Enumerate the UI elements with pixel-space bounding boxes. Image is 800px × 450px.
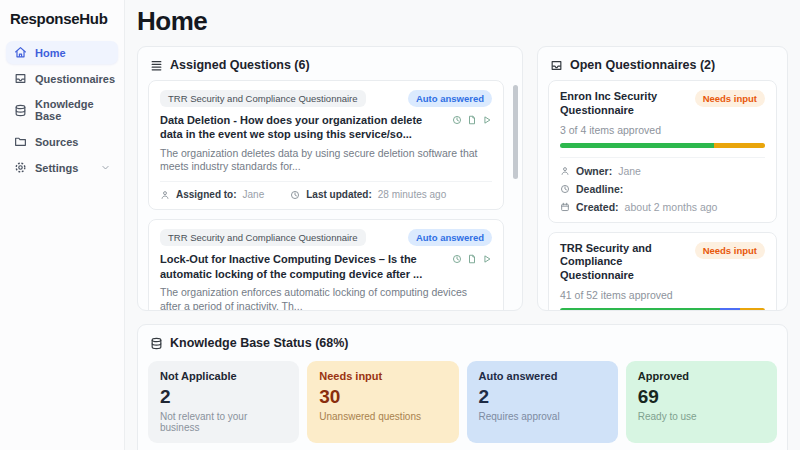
progress-segment-approved (560, 308, 720, 311)
assigned-questions-panel: Assigned Questions (6) TRR Security and … (137, 46, 523, 311)
last-updated-value: 28 minutes ago (378, 189, 446, 200)
answer-preview: The organization enforces automatic lock… (160, 286, 490, 311)
sidebar-item-label: Sources (35, 136, 78, 148)
gear-icon (14, 161, 27, 174)
progress-bar (560, 143, 765, 148)
stat-card-not-applicable[interactable]: Not Applicable 2 Not relevant to your bu… (148, 361, 299, 443)
questionnaire-chip: TRR Security and Compliance Questionnair… (160, 90, 366, 107)
clock-icon (560, 184, 570, 194)
assigned-to-label: Assigned to: (176, 189, 237, 200)
stat-value: 30 (319, 386, 446, 408)
stat-value: 2 (479, 386, 606, 408)
open-questionnaires-panel: Open Questionnaires (2) Enron Inc Securi… (537, 46, 788, 311)
progress-segment-auto (720, 308, 741, 311)
open-questionnaires-header: Open Questionnaires (2) (548, 56, 777, 80)
last-updated-label: Last updated: (306, 189, 372, 200)
sidebar: ResponseHub Home Questionnaires Knowledg… (0, 0, 125, 450)
sidebar-item-sources[interactable]: Sources (6, 130, 118, 153)
sidebar-item-questionnaires[interactable]: Questionnaires (6, 67, 118, 90)
owner-value: Jane (618, 165, 641, 177)
stat-value: 69 (638, 386, 765, 408)
calendar-icon (560, 202, 570, 212)
questionnaire-card[interactable]: TRR Security and Compliance Questionnair… (548, 232, 777, 312)
inbox-icon (550, 59, 563, 72)
assignee-name: Jane (243, 189, 265, 200)
stat-subtext: Ready to use (638, 411, 765, 422)
answer-preview: The organization deletes data by using s… (160, 147, 490, 175)
scrollbar-thumb[interactable] (513, 85, 518, 179)
panel-title: Assigned Questions (6) (170, 58, 310, 72)
page-title: Home (137, 6, 788, 37)
home-icon (14, 46, 27, 59)
stat-card-auto-answered[interactable]: Auto answered 2 Requires approval (467, 361, 618, 443)
progress-segment-needs-input (740, 308, 765, 311)
question-card[interactable]: TRR Security and Compliance Questionnair… (148, 80, 504, 210)
stat-subtext: Unanswered questions (319, 411, 446, 422)
sidebar-nav: Home Questionnaires Knowledge Base Sourc… (6, 41, 118, 179)
clock-icon (290, 190, 300, 200)
chevron-down-icon (101, 163, 110, 172)
database-icon (150, 337, 163, 350)
document-icon[interactable] (467, 115, 477, 125)
sidebar-item-knowledge-base[interactable]: Knowledge Base (6, 93, 118, 127)
progress-segment-needs-input (714, 143, 765, 148)
progress-bar (560, 308, 765, 311)
owner-label: Owner: (576, 165, 612, 177)
progress-text: 3 of 4 items approved (560, 124, 765, 136)
status-badge: Auto answered (408, 90, 492, 107)
question-title: Lock-Out for Inactive Computing Devices … (160, 252, 444, 281)
status-badge: Auto answered (408, 229, 492, 246)
main-content: Home Assigned Questions (6) TRR Security… (125, 0, 800, 450)
history-icon[interactable] (452, 115, 462, 125)
send-icon[interactable] (482, 254, 492, 264)
sidebar-item-settings[interactable]: Settings (6, 156, 118, 179)
question-card[interactable]: TRR Security and Compliance Questionnair… (148, 219, 504, 311)
panel-title: Open Questionnaires (2) (570, 58, 715, 72)
sidebar-item-label: Home (35, 47, 66, 59)
created-value: about 2 months ago (625, 201, 718, 213)
document-icon[interactable] (467, 254, 477, 264)
progress-segment-approved (560, 143, 714, 148)
stat-card-needs-input[interactable]: Needs input 30 Unanswered questions (307, 361, 458, 443)
questionnaire-name: Enron Inc Security Questionnaire (560, 90, 689, 118)
app-root: ResponseHub Home Questionnaires Knowledg… (0, 0, 800, 450)
database-icon (14, 104, 27, 117)
sidebar-item-label: Knowledge Base (35, 98, 110, 122)
knowledge-base-panel: Knowledge Base Status (68%) Not Applicab… (137, 324, 788, 450)
list-icon (150, 59, 163, 72)
questionnaire-name: TRR Security and Compliance Questionnair… (560, 242, 689, 283)
status-badge: Needs input (695, 242, 765, 259)
panel-title: Knowledge Base Status (68%) (170, 336, 349, 350)
stat-label: Auto answered (479, 370, 606, 382)
app-logo: ResponseHub (6, 8, 118, 41)
folder-icon (14, 135, 27, 148)
sidebar-item-label: Settings (35, 162, 78, 174)
stat-card-approved[interactable]: Approved 69 Ready to use (626, 361, 777, 443)
stat-subtext: Not relevant to your business (160, 411, 287, 433)
history-icon[interactable] (452, 254, 462, 264)
sidebar-item-label: Questionnaires (35, 73, 115, 85)
send-icon[interactable] (482, 115, 492, 125)
stat-label: Not Applicable (160, 370, 287, 382)
assigned-questions-header: Assigned Questions (6) (148, 56, 512, 80)
questionnaire-chip: TRR Security and Compliance Questionnair… (160, 229, 366, 246)
stat-value: 2 (160, 386, 287, 408)
knowledge-base-header: Knowledge Base Status (68%) (148, 334, 777, 358)
stat-subtext: Requires approval (479, 411, 606, 422)
person-icon (560, 166, 570, 176)
person-icon (160, 190, 170, 200)
inbox-icon (14, 72, 27, 85)
stat-label: Approved (638, 370, 765, 382)
stat-label: Needs input (319, 370, 446, 382)
question-title: Data Deletion - How does your organizati… (160, 113, 444, 142)
created-label: Created: (576, 201, 619, 213)
deadline-label: Deadline: (576, 183, 623, 195)
status-badge: Needs input (695, 90, 765, 107)
questionnaire-card[interactable]: Enron Inc Security Questionnaire Needs i… (548, 80, 777, 223)
sidebar-item-home[interactable]: Home (6, 41, 118, 64)
progress-text: 41 of 52 items approved (560, 289, 765, 301)
